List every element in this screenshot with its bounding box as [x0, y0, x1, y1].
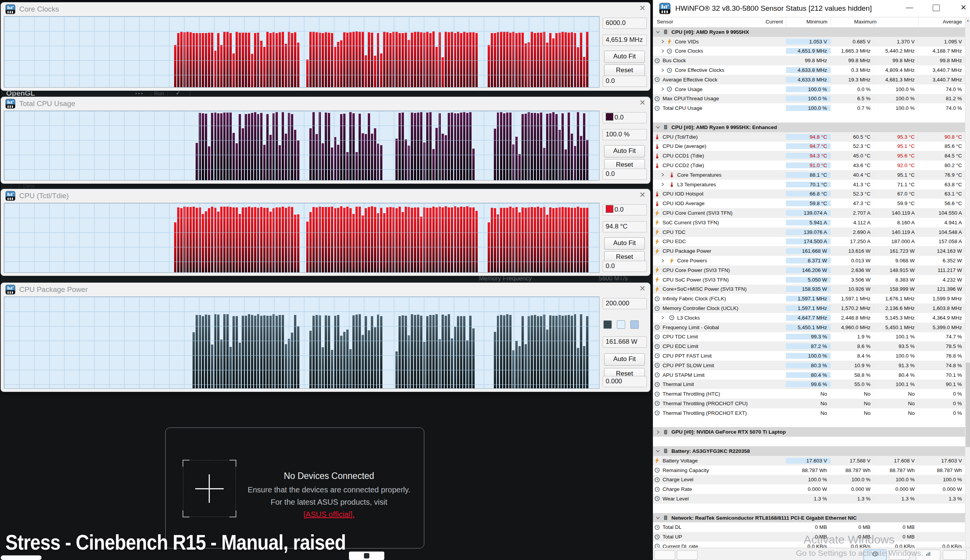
sensor-row[interactable]: Infinity Fabric Clock (FCLK)1,597.1 MHz1…	[653, 294, 965, 303]
scroll-thumb[interactable]	[966, 363, 970, 447]
close-icon[interactable]: ✕	[639, 284, 646, 293]
sensor-row[interactable]: CPU CCD2 (Tdie)91.0 °C43.6 °C92.0 °C80.2…	[653, 160, 965, 170]
taskbar-button[interactable]	[349, 552, 384, 560]
add-device-button[interactable]	[183, 460, 236, 517]
sensor-row[interactable]: CPU CCD1 (Tdie)94.3 °C45.0 °C95.6 °C84.5…	[653, 151, 965, 160]
sensor-row[interactable]: Core Effective Clocks4,633.8 MHz0.3 MHz4…	[653, 65, 965, 75]
sensor-row[interactable]: CPU Core Power (SVI3 TFN)146.206 W2.636 …	[653, 265, 965, 275]
sensor-section[interactable]: CPU [#0]: AMD Ryzen 9 9955HX: Enhanced	[653, 123, 965, 132]
scale-max-field[interactable]: 0.0	[603, 204, 647, 215]
auto-fit-button[interactable]: Auto Fit	[604, 51, 645, 63]
sensor-row[interactable]: Core VIDs1.053 V0.685 V1.370 V1.095 V	[653, 37, 965, 47]
sensor-row[interactable]: CPU TDC139.076 A2.690 A140.119 A104.548 …	[653, 227, 965, 237]
sensor-row[interactable]: Core+SoC+MISC Power (SVI3 TFN)158.935 W1…	[653, 285, 965, 294]
sensor-row[interactable]: Bus Clock99.8 MHz99.8 MHz99.8 MHz99.8 MH…	[653, 56, 965, 65]
series-color-swatch[interactable]	[630, 320, 639, 329]
chevr-icon[interactable]	[660, 68, 665, 73]
maximize-icon[interactable]	[933, 5, 940, 11]
chevr-icon[interactable]	[660, 172, 665, 177]
sensor-row[interactable]: Core Temperatures88.1 °C40.4 °C95.1 °C76…	[653, 170, 965, 180]
toolbar-clock-button[interactable]	[863, 550, 887, 560]
close-icon[interactable]: ✕	[639, 190, 646, 199]
sensor-row[interactable]: CPU (Tctl/Tdie)94.8 °C60.5 °C95.3 °C90.8…	[653, 132, 965, 142]
sensor-row[interactable]: Core Clocks4,651.9 MHz1,665.3 MHz5,440.2…	[653, 47, 965, 56]
sensor-row[interactable]: CPU EDC174.500 A17.250 A187.000 A157.058…	[653, 237, 965, 247]
minimize-icon[interactable]: —	[906, 3, 913, 12]
sensor-row[interactable]: CPU SoC Power (SVI3 TFN)5.050 W3.506 W8.…	[653, 275, 965, 285]
close-icon[interactable]: ✕	[639, 98, 646, 107]
chevr-icon[interactable]	[660, 48, 665, 54]
taskbar-pill[interactable]	[1, 555, 42, 560]
scale-min-field[interactable]: 0.0	[603, 168, 647, 180]
scale-max-field[interactable]: 6000.0	[603, 18, 647, 29]
scrollbar[interactable]: ▲ ▼	[965, 17, 970, 560]
run-button[interactable]: Run	[151, 90, 167, 97]
sensor-section[interactable]: Battery: AS3GYFG3KC R220358	[653, 446, 965, 456]
sensor-row[interactable]: APU STAPM Limit80.4 %58.8 %80.4 %70.1 %	[653, 370, 965, 380]
scale-max-field[interactable]: 200.000	[603, 298, 647, 309]
auto-fit-button[interactable]: Auto Fit	[604, 145, 645, 157]
close-icon[interactable]: ✕	[639, 3, 646, 13]
sensor-row[interactable]: Average Effective Clock4,633.8 MHz19.3 M…	[653, 75, 965, 85]
sensor-row[interactable]: Max CPU/Thread Usage100.0 %6.5 %100.0 %8…	[653, 94, 965, 104]
toolbar-button[interactable]	[889, 550, 910, 560]
sensor-row[interactable]: Total CPU Usage100.0 %0.7 %100.0 %74.0 %	[653, 103, 965, 113]
hwinfo-titlebar[interactable]: HWiNFO® 32 v8.30-5800 Sensor Status [212…	[653, 0, 970, 17]
sensor-row[interactable]: Memory Controller Clock (UCLK)1,597.1 MH…	[653, 303, 965, 313]
chevr-icon[interactable]	[660, 258, 665, 263]
sensor-row[interactable]: Thermal Throttling (HTC)NoNoNo0 %	[653, 389, 965, 399]
series-color-swatch	[606, 205, 613, 213]
sensor-row[interactable]: CPU PPT SLOW Limit80.3 %10.9 %91.3 %74.8…	[653, 361, 965, 370]
sensor-section[interactable]: CPU [#0]: AMD Ryzen 9 9955HX	[653, 27, 965, 37]
chevr-icon[interactable]	[660, 87, 665, 92]
sensor-row[interactable]: L3 Clocks4,647.7 MHz2,448.8 MHz5,145.3 M…	[653, 313, 965, 323]
scale-max-field[interactable]: 0.0	[603, 112, 647, 123]
sensor-row[interactable]: Total UP0 MB0 MB0 MB	[653, 532, 965, 542]
reset-button[interactable]: Reset	[604, 65, 645, 77]
sensor-row[interactable]: Core Powers8.371 W0.013 W9.068 W6.352 W	[653, 256, 965, 265]
auto-fit-button[interactable]: Auto Fit	[604, 237, 645, 250]
scale-min-field[interactable]: 0.0	[603, 76, 647, 87]
sensor-row[interactable]: CPU Core Current (SVI3 TFN)139.074 A2.70…	[653, 208, 965, 218]
sensor-row[interactable]: CPU Package Power161.668 W13.616 W161.72…	[653, 246, 965, 256]
sensor-row[interactable]: Charge Level100.0 %100.0 %100.0 %100.0 %	[653, 475, 965, 484]
asus-official-link[interactable]: [ASUS official].	[238, 510, 420, 519]
sensor-row[interactable]: Thermal Throttling (PROCHOT EXT)NoNoNo0 …	[653, 408, 965, 418]
sensor-row[interactable]: CPU TDC Limit99.3 %1.9 %100.1 %74.7 %	[653, 332, 965, 342]
clock-icon	[872, 551, 878, 557]
close-icon[interactable]: ✕	[960, 3, 967, 12]
sensor-row[interactable]: Remaining Capacity88.787 Wh88.787 Wh88.7…	[653, 465, 965, 475]
scale-min-field[interactable]: 0.0	[603, 261, 647, 272]
sensor-row[interactable]: CPU EDC Limit87.2 %8.6 %93.5 %78.5 %	[653, 342, 965, 351]
toolbar-button[interactable]	[654, 550, 675, 560]
toolbar-graph-button[interactable]	[916, 550, 940, 560]
toolbar-button[interactable]	[943, 550, 967, 560]
sensor-row[interactable]: CPU IOD Hotspot66.8 °C52.3 °C67.0 °C63.1…	[653, 189, 965, 199]
series-color-swatch[interactable]	[617, 320, 625, 329]
scroll-up-icon[interactable]: ▲	[966, 18, 970, 22]
more-dots[interactable]: •••	[135, 91, 144, 97]
auto-fit-button[interactable]: Auto Fit	[604, 353, 645, 366]
series-color-swatch[interactable]	[603, 320, 612, 329]
sensor-row[interactable]: Battery Voltage17.603 V17.588 V17.608 V1…	[653, 456, 965, 465]
sensor-row[interactable]: Wear Level1.3 %1.3 %1.3 %1.3 %	[653, 494, 965, 503]
sensor-row[interactable]: Total DL0 MB0 MB0 MB	[653, 522, 965, 532]
sensor-row[interactable]: Thermal Limit99.6 %55.0 %100.1 %90.1 %	[653, 380, 965, 389]
chevr-icon[interactable]	[660, 315, 665, 320]
scale-min-field[interactable]: 0.000	[603, 376, 647, 387]
chevr-icon[interactable]	[660, 39, 665, 44]
sensor-row[interactable]: CPU Die (average)94.7 °C52.3 °C95.1 °C85…	[653, 142, 965, 151]
chevr-icon[interactable]	[660, 182, 665, 187]
sensor-row[interactable]: CPU IOD Average59.8 °C47.3 °C59.9 °C56.6…	[653, 198, 965, 208]
sensor-row[interactable]: Core Usage100.0 %0.0 %100.0 %74.0 %	[653, 85, 965, 94]
series-swatches[interactable]	[603, 320, 639, 329]
sensor-row[interactable]: SoC Current (SVI3 TFN)5.941 A4.112 A8.16…	[653, 218, 965, 227]
sensor-section[interactable]: GPU [#0]: NVIDIA GeForce RTX 5070 Ti Lap…	[653, 427, 965, 437]
sensor-row[interactable]: L3 Temperatures70.1 °C41.3 °C71.1 °C63.8…	[653, 180, 965, 189]
sensor-row[interactable]: CPU PPT FAST Limit100.0 %8.4 %100.0 %76.…	[653, 351, 965, 361]
sensor-row[interactable]: Frequency Limit - Global5,450.1 MHz4,960…	[653, 323, 965, 332]
sensor-section[interactable]: Network: RealTek Semiconductor RTL8168/8…	[653, 513, 965, 523]
toolbar-button[interactable]	[677, 550, 698, 560]
sensor-row[interactable]: Thermal Throttling (PROCHOT CPU)NoNoNo0 …	[653, 399, 965, 408]
sensor-row[interactable]: Charge Rate0.000 W0.000 W0.000 W0.000 W	[653, 484, 965, 494]
